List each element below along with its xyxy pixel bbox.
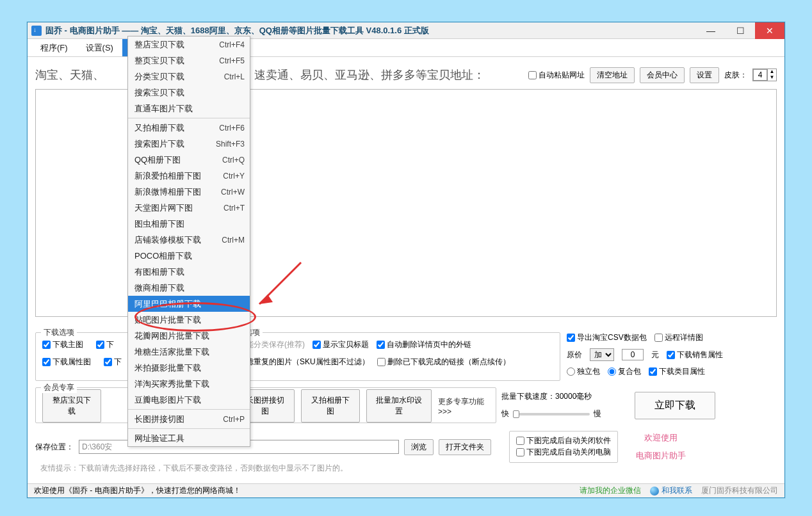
spin-down-icon[interactable]: ▼	[767, 75, 776, 81]
dropdown-item[interactable]: 搜索图片下载Shift+F3	[128, 136, 250, 152]
more-link[interactable]: 更多专享功能>>>	[438, 396, 489, 416]
opt-close-app[interactable]: 下图完成后自动关闭软件	[516, 435, 611, 446]
clear-address-button[interactable]: 清空地址	[590, 67, 635, 83]
save-label: 保存位置：	[35, 442, 74, 453]
dropdown-item[interactable]: 整店宝贝下载Ctrl+F4	[128, 36, 250, 52]
status-contact[interactable]: 和我联系	[650, 485, 692, 496]
dropdown-item[interactable]: 分类宝贝下载Ctrl+L	[128, 69, 250, 85]
auto-paste-checkbox[interactable]: 自动粘贴网址	[528, 70, 585, 81]
dropdown-item[interactable]: 有图相册下载	[128, 264, 250, 280]
dropdown-item[interactable]: 新浪微博相册下图Ctrl+W	[128, 184, 250, 200]
price-value-input[interactable]	[622, 349, 644, 360]
opt-main-img[interactable]: 下载主图	[42, 339, 83, 350]
dropdown-item[interactable]: 搜索宝贝下载	[128, 85, 250, 101]
member-center-button[interactable]: 会员中心	[640, 67, 685, 83]
opt-partial2[interactable]: 下	[104, 357, 122, 367]
dropdown-item[interactable]: 阿里巴巴相册下载	[128, 296, 250, 312]
opt-del-ext[interactable]: 自动删除详情页中的外链	[377, 339, 471, 350]
skin-spinner[interactable]: ▲▼	[752, 69, 777, 81]
opt-attr-img[interactable]: 下载属性图	[42, 357, 91, 367]
dropdown-item[interactable]: 直通车图片下载	[128, 101, 250, 117]
dropdown-item[interactable]: 微商相册下载	[128, 280, 250, 296]
dropdown-item[interactable]: 贴吧图片批量下载	[128, 312, 250, 328]
opt-sale-attr[interactable]: 下载销售属性	[667, 350, 723, 360]
maximize-button[interactable]: ☐	[726, 22, 755, 39]
app-icon	[31, 26, 42, 36]
member-group: 会员专享 整店宝贝下载 下载 长图拼接切图 又拍相册下图 批量加水印设置 更多专…	[35, 387, 496, 423]
dropdown-item[interactable]: 网址验证工具	[128, 430, 250, 446]
opt-export-csv[interactable]: 导出淘宝CSV数据包	[567, 332, 647, 343]
opt-del-done[interactable]: 删除已下载完成的链接（断点续传）	[377, 357, 510, 367]
price-op-select[interactable]: 加	[590, 348, 614, 361]
open-folder-button[interactable]: 打开文件夹	[439, 439, 491, 455]
welcome-link-1[interactable]: 欢迎使用	[644, 432, 678, 444]
skin-label: 皮肤：	[724, 70, 747, 81]
dropdown-item[interactable]: 米拍摄影批量下载	[128, 360, 250, 376]
speed-label: 批量下载速度：30000毫秒	[501, 391, 629, 402]
address-hint: 淘宝、天猫、 速卖通、易贝、亚马逊、拼多多等宝贝地址：	[35, 67, 523, 83]
statusbar: 欢迎使用《固乔 - 电商图片助手》，快速打造您的网络商城！ 请加我的企业微信 和…	[28, 483, 784, 497]
opt-partial1[interactable]: 下	[96, 339, 114, 350]
dropdown-item[interactable]: 洋淘买家秀批量下载	[128, 376, 250, 392]
radio-single[interactable]: 独立包	[567, 366, 600, 377]
auto-close-group: 下图完成后自动关闭软件 下图完成后自动关闭电脑	[509, 431, 618, 463]
dropdown-item[interactable]: 堆糖生活家批量下载	[128, 344, 250, 360]
dropdown-item[interactable]: 店铺装修模板下载Ctrl+M	[128, 232, 250, 248]
window-title: 固乔 - 电商图片助手 —— 淘宝、天猫、1688阿里、京东、QQ相册等图片批量…	[45, 25, 429, 36]
minimize-button[interactable]: —	[696, 22, 726, 39]
welcome-link-2[interactable]: 电商图片助手	[636, 450, 686, 462]
status-company: 厦门固乔科技有限公司	[701, 485, 778, 496]
save-tip: 友情提示：下载前请先选择好路径，下载后不要改变路径，否则数据包中显示不了图片的。	[40, 463, 777, 474]
settings-button[interactable]: 设置	[690, 67, 719, 83]
dropdown-item[interactable]: 花瓣网图片批量下载	[128, 328, 250, 344]
tools-dropdown[interactable]: 整店宝贝下载Ctrl+F4整页宝贝下载Ctrl+F5分类宝贝下载Ctrl+L搜索…	[127, 36, 250, 447]
status-wechat[interactable]: 请加我的企业微信	[580, 485, 641, 496]
dropdown-item[interactable]: 豆瓣电影图片下载	[128, 392, 250, 408]
opt-close-pc[interactable]: 下图完成后自动关闭电脑	[516, 447, 611, 458]
dropdown-item[interactable]: 图虫相册下图	[128, 216, 250, 232]
menu-settings[interactable]: 设置(S)	[77, 39, 122, 56]
dropdown-item[interactable]: QQ相册下图Ctrl+Q	[128, 152, 250, 168]
btn-watermark[interactable]: 批量加水印设置	[366, 389, 432, 423]
browse-button[interactable]: 浏览	[404, 439, 434, 455]
function-options-group: 功能选项 智能分类保存(推荐) 显示宝贝标题 自动删除详情页中的外链 过滤重复的…	[221, 332, 560, 381]
btn-whole-store[interactable]: 整店宝贝下载	[42, 389, 101, 423]
radio-combo[interactable]: 复合包	[608, 366, 641, 377]
btn-youpai[interactable]: 又拍相册下图	[301, 389, 360, 423]
opt-show-title[interactable]: 显示宝贝标题	[313, 339, 369, 350]
menu-program[interactable]: 程序(F)	[31, 39, 77, 56]
dropdown-item[interactable]: 又拍相册下载Ctrl+F6	[128, 120, 250, 136]
opt-remote-detail[interactable]: 远程详情图	[654, 332, 703, 343]
dropdown-item[interactable]: POCO相册下载	[128, 248, 250, 264]
dropdown-item[interactable]: 长图拼接切图Ctrl+P	[128, 411, 250, 427]
csv-options: 导出淘宝CSV数据包 远程详情图 原价 加 元 下载销售属性 独立包 复合包 下…	[567, 332, 772, 377]
close-button[interactable]: ✕	[755, 22, 784, 39]
dropdown-item[interactable]: 天堂图片网下图Ctrl+T	[128, 200, 250, 216]
globe-icon	[650, 487, 659, 496]
download-now-button[interactable]: 立即下载	[635, 392, 715, 419]
speed-slider[interactable]	[513, 413, 590, 415]
opt-cat-attr[interactable]: 下载类目属性	[649, 366, 705, 377]
dropdown-item[interactable]: 整页宝贝下载Ctrl+F5	[128, 52, 250, 69]
dropdown-item[interactable]: 新浪爱拍相册下图Ctrl+Y	[128, 168, 250, 184]
status-welcome: 欢迎使用《固乔 - 电商图片助手》，快速打造您的网络商城！	[34, 485, 241, 496]
